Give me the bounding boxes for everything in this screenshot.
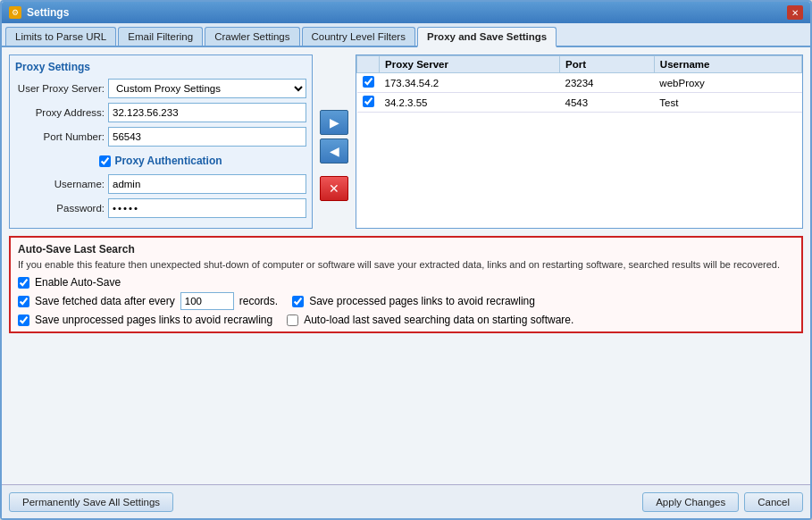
add-proxy-button[interactable]: ▶ <box>320 110 348 135</box>
proxy-username-1: webProxy <box>654 73 801 93</box>
proxy-row-check-2[interactable] <box>363 96 374 107</box>
auth-checkbox[interactable] <box>99 155 111 167</box>
proxy-server-2: 34.2.3.55 <box>380 93 560 113</box>
save-all-button[interactable]: Permanently Save All Settings <box>9 492 173 512</box>
col-port: Port <box>560 56 655 73</box>
proxy-table-panel: Proxy Server Port Username 173.34.54.2 2… <box>356 55 803 229</box>
footer-right: Apply Changes Cancel <box>642 492 803 512</box>
arrow-buttons-panel: ▶ ◀ ✕ <box>320 55 348 229</box>
delete-proxy-button[interactable]: ✕ <box>320 176 348 201</box>
save-processed-checkbox[interactable] <box>292 296 304 307</box>
port-number-row: Port Number: <box>15 127 306 147</box>
save-processed-label: Save processed pages links to avoid recr… <box>309 295 535 307</box>
proxy-row-check-1[interactable] <box>363 76 374 88</box>
password-row: Password: <box>15 198 306 218</box>
user-proxy-select[interactable]: Custom Proxy Settings No Proxy System Pr… <box>108 79 306 98</box>
proxy-address-input[interactable] <box>108 103 306 122</box>
title-bar: ⚙ Settings ✕ <box>2 2 810 23</box>
enable-autosave-label: Enable Auto-Save <box>35 276 121 289</box>
close-button[interactable]: ✕ <box>787 5 803 20</box>
footer: Permanently Save All Settings Apply Chan… <box>2 484 810 518</box>
proxy-table: Proxy Server Port Username 173.34.54.2 2… <box>356 55 802 113</box>
proxy-settings-title: Proxy Settings <box>15 61 306 73</box>
auth-checkbox-row: Proxy Authentication <box>15 151 306 171</box>
save-processed-row: Save processed pages links to avoid recr… <box>292 292 535 310</box>
port-number-label: Port Number: <box>15 131 105 142</box>
user-proxy-label: User Proxy Server: <box>15 83 105 94</box>
proxy-address-label: Proxy Address: <box>15 107 105 118</box>
save-fetched-label-after: records. <box>239 295 278 307</box>
save-unprocessed-row: Save unprocessed pages links to avoid re… <box>18 314 272 326</box>
proxy-address-row: Proxy Address: <box>15 103 306 122</box>
options-split-row-2: Save unprocessed pages links to avoid re… <box>18 314 794 326</box>
tab-country[interactable]: Country Level Filters <box>302 27 415 46</box>
back-proxy-button[interactable]: ◀ <box>320 138 348 164</box>
save-unprocessed-checkbox[interactable] <box>18 315 29 326</box>
password-label: Password: <box>15 203 105 214</box>
col-server: Proxy Server <box>380 56 560 73</box>
records-input[interactable] <box>180 292 234 310</box>
cancel-button[interactable]: Cancel <box>744 492 803 512</box>
auto-load-label: Auto-load last saved searching data on s… <box>304 314 573 326</box>
table-row: 34.2.3.55 4543 Test <box>357 93 802 113</box>
enable-autosave-checkbox[interactable] <box>18 277 29 289</box>
tab-crawler[interactable]: Crawler Settings <box>205 27 299 46</box>
tab-bar: Limits to Parse URL Email Filtering Craw… <box>2 23 810 47</box>
auto-save-title: Auto-Save Last Search <box>18 243 794 256</box>
auto-save-description: If you enable this feature then unexpect… <box>18 258 794 272</box>
apply-changes-button[interactable]: Apply Changes <box>642 492 739 512</box>
save-unprocessed-label: Save unprocessed pages links to avoid re… <box>35 314 272 326</box>
auto-save-panel: Auto-Save Last Search If you enable this… <box>9 236 803 333</box>
tab-proxy[interactable]: Proxy and Save Settings <box>417 27 557 47</box>
col-check <box>357 56 380 73</box>
proxy-port-1: 23234 <box>560 73 655 93</box>
proxy-username-2: Test <box>654 93 801 113</box>
save-fetched-row: Save fetched data after every records. <box>18 292 278 310</box>
password-input[interactable] <box>108 198 306 218</box>
title-bar-left: ⚙ Settings <box>9 6 69 19</box>
window-title: Settings <box>27 6 69 19</box>
settings-window: ⚙ Settings ✕ Limits to Parse URL Email F… <box>0 0 812 520</box>
main-area: Proxy Settings User Proxy Server: Custom… <box>9 55 803 229</box>
save-fetched-label-before: Save fetched data after every <box>35 295 175 307</box>
settings-icon: ⚙ <box>9 6 21 19</box>
table-row: 173.34.54.2 23234 webProxy <box>357 73 802 93</box>
tab-email[interactable]: Email Filtering <box>118 27 203 46</box>
content-area: Proxy Settings User Proxy Server: Custom… <box>2 47 810 484</box>
auto-load-checkbox[interactable] <box>287 315 298 326</box>
proxy-port-2: 4543 <box>560 93 655 113</box>
username-input[interactable] <box>108 174 306 194</box>
proxy-server-1: 173.34.54.2 <box>380 73 560 93</box>
auth-title: Proxy Authentication <box>114 155 222 167</box>
col-username: Username <box>654 56 801 73</box>
username-row: Username: <box>15 174 306 194</box>
options-split-row-1: Save fetched data after every records. S… <box>18 292 794 310</box>
user-proxy-row: User Proxy Server: Custom Proxy Settings… <box>15 79 306 98</box>
username-label: Username: <box>15 179 105 189</box>
enable-autosave-row: Enable Auto-Save <box>18 276 794 289</box>
port-number-input[interactable] <box>108 127 306 147</box>
tab-limits[interactable]: Limits to Parse URL <box>5 27 116 46</box>
auto-load-row: Auto-load last saved searching data on s… <box>287 314 573 326</box>
auto-save-options: Enable Auto-Save Save fetched data after… <box>18 276 794 326</box>
save-fetched-checkbox[interactable] <box>18 296 29 307</box>
proxy-settings-panel: Proxy Settings User Proxy Server: Custom… <box>9 55 313 229</box>
